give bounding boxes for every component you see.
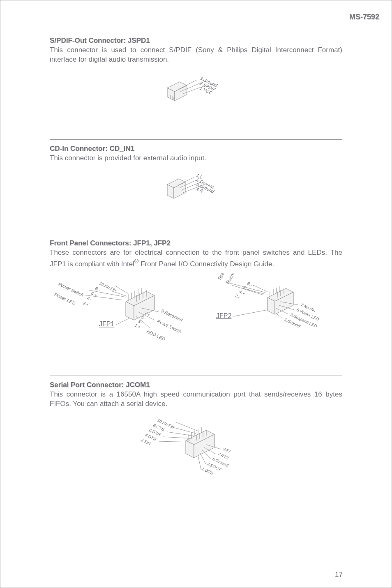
content-area: S/PDIF-Out Connector: JSPD1 This connect…	[0, 24, 392, 484]
serial-diagram: 10.No Pin 8.CTS 6.DSR 4.DTR 2.SIN 9.RI 7…	[50, 414, 342, 484]
divider	[50, 234, 342, 234]
spdif-section: S/PDIF-Out Connector: JSPD1 This connect…	[50, 37, 342, 115]
cdin-diagram: 1.L 2.Ground 3.Ground 4.R	[50, 168, 342, 209]
jfp1-label: JFP1	[99, 321, 114, 327]
svg-line-20	[233, 310, 267, 316]
header: MS-7592	[0, 13, 392, 24]
frontpanel-section: Front Panel Connectors: JFP1, JFP2 These…	[50, 239, 342, 351]
fp-body: These connectors are for electrical conn…	[50, 248, 342, 269]
fp-diagrams: Power Switch Power LED 10.No Pin 8.- 6.+…	[50, 273, 342, 351]
jfp1-hdd: HDD LED	[146, 329, 166, 341]
jfp2-label: JFP2	[216, 312, 231, 319]
serial-svg: 10.No Pin 8.CTS 6.DSR 4.DTR 2.SIN 9.RI 7…	[130, 414, 262, 484]
cdin-body: This connector is provided for external …	[50, 154, 342, 163]
page: MS-7592 S/PDIF-Out Connector: JSPD1 This…	[0, 0, 392, 588]
spdif-title: S/PDIF-Out Connector: JSPD1	[50, 37, 342, 45]
jfp1-p10: 10.No Pin	[99, 281, 117, 293]
jfp2-p2: 2.-	[234, 293, 241, 300]
jfp1-p2: 2.+	[82, 301, 90, 307]
jfp1-pled: Power LED	[53, 292, 76, 306]
spdif-body: This connector is used to connect S/PDIF…	[50, 46, 342, 65]
serial-body: This connector is a 16550A high speed co…	[50, 390, 342, 409]
divider	[50, 376, 342, 376]
jfp1-p4: 4.-	[86, 296, 93, 302]
model-number: MS-7592	[349, 13, 379, 21]
cdin-title: CD-In Connector: CD_IN1	[50, 145, 342, 153]
jfp1-svg: Power Switch Power LED 10.No Pin 8.- 6.+…	[50, 273, 200, 351]
fp-title: Front Panel Connectors: JFP1, JFP2	[50, 239, 342, 247]
spdif-diagram: 3.Ground 2.SPDIF 1.VCC	[50, 69, 342, 115]
jfp2-buzzer: Buzzer	[225, 273, 237, 285]
jfp1-reserved: 9.Reserved	[160, 308, 184, 323]
jfp2-svg: Speaker Buzzer 8.- 6.+ 4.+ 2.- JFP2 7.No…	[208, 273, 342, 351]
cdin-section: CD-In Connector: CD_IN1 This connector i…	[50, 145, 342, 209]
divider	[50, 139, 342, 140]
page-number: 17	[335, 571, 343, 579]
svg-line-12	[116, 318, 130, 325]
spdif-svg: 3.Ground 2.SPDIF 1.VCC	[151, 69, 241, 115]
ser-p9: 9.RI	[222, 447, 231, 454]
cdin-svg: 1.L 2.Ground 3.Ground 4.R	[151, 168, 241, 209]
serial-title: Serial Port Connector: JCOM1	[50, 381, 342, 389]
serial-section: Serial Port Connector: JCOM1 This connec…	[50, 381, 342, 484]
